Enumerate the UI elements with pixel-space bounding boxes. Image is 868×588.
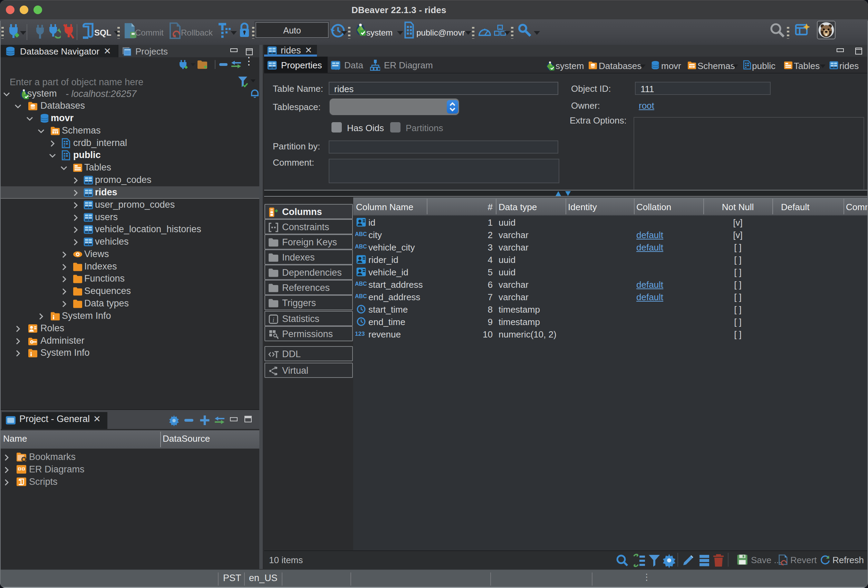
svg-text:i: i: [272, 316, 274, 323]
